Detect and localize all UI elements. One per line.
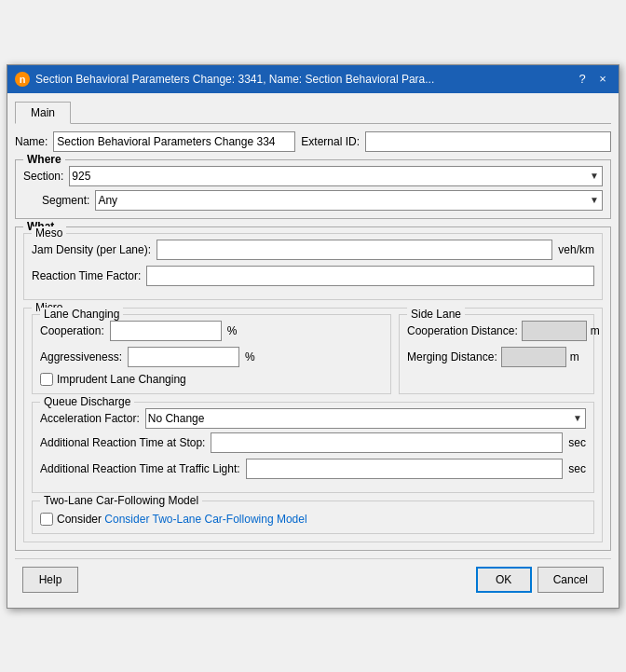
jam-density-unit: veh/km [558, 243, 594, 256]
cooperation-distance-row: Cooperation Distance: m [407, 321, 586, 341]
consider-two-lane-label: Consider Consider Two-Lane Car-Following… [57, 513, 307, 526]
what-section: What Meso Jam Density (per Lane): veh/km… [15, 226, 611, 551]
help-title-button[interactable]: ? [574, 71, 591, 88]
title-bar-controls: ? × [574, 71, 611, 88]
additional-reaction-light-input[interactable] [246, 459, 564, 479]
meso-legend: Meso [32, 226, 66, 240]
cooperation-input[interactable] [110, 321, 222, 341]
additional-reaction-light-row: Additional Reaction Time at Traffic Ligh… [40, 459, 586, 479]
reaction-time-input[interactable] [146, 266, 594, 286]
jam-density-input[interactable] [156, 240, 552, 260]
where-section: Where Section: 925 ▼ Segment: Any ▼ [15, 159, 611, 219]
two-lane-link[interactable]: Consider Two-Lane Car-Following Model [104, 513, 306, 526]
ok-button[interactable]: OK [476, 567, 532, 593]
section-select[interactable]: 925 [69, 166, 603, 186]
lane-changing-box: Lane Changing Cooperation: % Aggressiven… [32, 314, 391, 394]
dialog: n Section Behavioral Parameters Change: … [7, 64, 619, 609]
tab-bar: Main [15, 101, 611, 124]
acceleration-label: Acceleration Factor: [40, 412, 140, 425]
imprudent-checkbox[interactable] [40, 373, 53, 386]
close-button[interactable]: × [594, 71, 611, 88]
title-bar-left: n Section Behavioral Parameters Change: … [15, 72, 434, 87]
segment-select-wrapper: Any ▼ [95, 190, 603, 211]
acceleration-select-wrapper: No Change ▼ [145, 408, 586, 429]
dialog-title: Section Behavioral Parameters Change: 33… [35, 73, 434, 86]
consider-two-lane-row: Consider Consider Two-Lane Car-Following… [40, 513, 586, 526]
name-label: Name: [15, 135, 48, 148]
merging-distance-unit: m [570, 350, 579, 363]
cooperation-distance-input[interactable] [522, 321, 587, 341]
external-id-label: External ID: [301, 135, 360, 148]
segment-select[interactable]: Any [95, 190, 603, 211]
lane-changing-legend: Lane Changing [40, 308, 123, 321]
aggressiveness-row: Aggressiveness: % [40, 347, 383, 367]
external-id-input[interactable] [365, 131, 611, 152]
merging-distance-input[interactable] [501, 347, 566, 367]
consider-two-lane-checkbox[interactable] [40, 513, 53, 526]
name-row: Name: External ID: [15, 131, 611, 152]
section-label: Section: [23, 170, 63, 183]
merging-distance-row: Merging Distance: m [407, 347, 586, 367]
additional-reaction-stop-row: Additional Reaction Time at Stop: sec [40, 432, 586, 453]
side-lane-legend: Side Lane [407, 308, 465, 321]
section-select-wrapper: 925 ▼ [69, 166, 603, 186]
queue-discharge-box: Queue Discharge Acceleration Factor: No … [32, 402, 594, 493]
additional-reaction-light-unit: sec [568, 462, 586, 475]
merging-distance-label: Merging Distance: [407, 350, 497, 363]
bottom-right: OK Cancel [476, 567, 604, 593]
reaction-time-row: Reaction Time Factor: [32, 266, 594, 286]
cooperation-row: Cooperation: % [40, 321, 383, 341]
micro-section: Micro Lane Changing Cooperation: % Aggre… [23, 308, 603, 542]
two-lane-legend: Two-Lane Car-Following Model [40, 494, 202, 507]
jam-density-row: Jam Density (per Lane): veh/km [32, 240, 594, 260]
aggressiveness-input[interactable] [128, 347, 239, 367]
aggressiveness-unit: % [245, 350, 255, 363]
imprudent-row: Imprudent Lane Changing [40, 373, 383, 386]
side-lane-box: Side Lane Cooperation Distance: m Mergin… [399, 314, 594, 394]
tab-main[interactable]: Main [15, 102, 71, 124]
lane-side-row: Lane Changing Cooperation: % Aggressiven… [32, 314, 594, 394]
cooperation-distance-unit: m [591, 324, 600, 337]
reaction-time-label: Reaction Time Factor: [32, 269, 141, 282]
name-input[interactable] [53, 131, 295, 152]
jam-density-label: Jam Density (per Lane): [32, 243, 151, 256]
segment-row: Segment: Any ▼ [42, 190, 603, 211]
additional-reaction-stop-unit: sec [568, 436, 586, 449]
app-icon: n [15, 72, 30, 87]
additional-reaction-stop-input[interactable] [211, 432, 563, 453]
bottom-bar: Help OK Cancel [15, 558, 611, 600]
acceleration-select[interactable]: No Change [145, 408, 586, 429]
help-button[interactable]: Help [22, 567, 78, 593]
cancel-button[interactable]: Cancel [538, 567, 604, 593]
imprudent-label: Imprudent Lane Changing [57, 373, 186, 386]
segment-label: Segment: [42, 194, 89, 207]
title-bar: n Section Behavioral Parameters Change: … [7, 65, 619, 93]
section-row: Section: 925 ▼ [23, 166, 603, 186]
cooperation-label: Cooperation: [40, 324, 104, 337]
dialog-body: Main Name: External ID: Where Section: 9… [7, 93, 619, 608]
cooperation-distance-label: Cooperation Distance: [407, 324, 518, 337]
additional-reaction-light-label: Additional Reaction Time at Traffic Ligh… [40, 462, 240, 475]
meso-section: Meso Jam Density (per Lane): veh/km Reac… [23, 233, 603, 300]
where-legend: Where [23, 153, 65, 166]
aggressiveness-label: Aggressiveness: [40, 350, 122, 363]
acceleration-row: Acceleration Factor: No Change ▼ [40, 408, 586, 429]
additional-reaction-stop-label: Additional Reaction Time at Stop: [40, 436, 205, 449]
queue-discharge-legend: Queue Discharge [40, 395, 134, 408]
cooperation-unit: % [227, 324, 238, 337]
two-lane-box: Two-Lane Car-Following Model Consider Co… [32, 501, 594, 534]
